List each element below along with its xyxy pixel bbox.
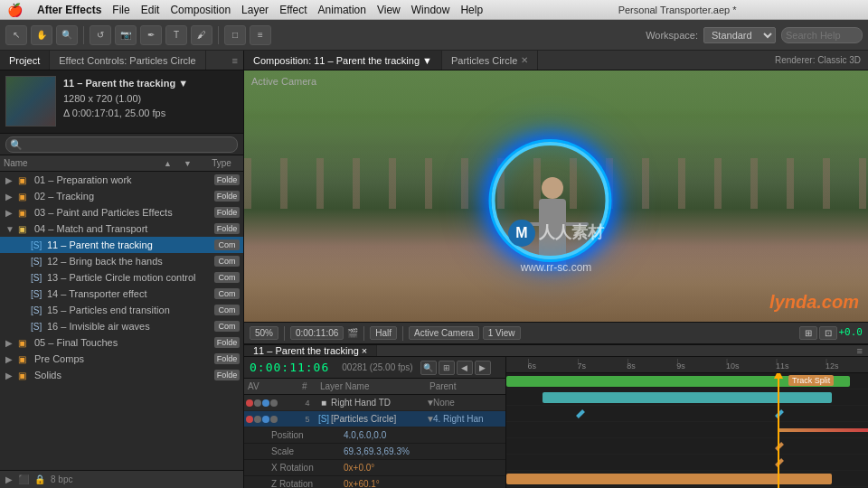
layer-5-icon: [S]: [316, 414, 331, 424]
menu-file[interactable]: File: [112, 4, 129, 16]
grid-btn[interactable]: ⊞: [799, 326, 817, 340]
zoom-tool[interactable]: 🔍: [56, 25, 78, 45]
menu-animation[interactable]: Animation: [318, 4, 366, 16]
comp-tab-particles[interactable]: Particles Circle ✕: [442, 51, 538, 70]
tree-item-05[interactable]: ▶ ▣ 05 – Final Touches Folde: [0, 334, 243, 351]
layer-row-5[interactable]: 5 [S] [Particles Circle] ▼ 4. Right Han: [244, 411, 505, 427]
viewer-canvas: Active Camera: [244, 70, 868, 322]
tree-item-precomps[interactable]: ▶ ▣ Pre Comps Folde: [0, 351, 243, 367]
safe-zones-btn[interactable]: ⊡: [819, 326, 837, 340]
tree-item-01[interactable]: ▶ ▣ 01 – Preparation work Folde: [0, 172, 243, 188]
menu-layer[interactable]: Layer: [241, 4, 269, 16]
tree-item-solids[interactable]: ▶ ▣ Solids Folde: [0, 367, 243, 383]
layer-4-lock[interactable]: [270, 399, 278, 407]
sort-asc[interactable]: ▲: [164, 159, 182, 168]
align-tool[interactable]: ≡: [250, 25, 271, 45]
type-05: Folde: [214, 337, 240, 348]
folder-icon-04: ▣: [18, 224, 33, 234]
menu-composition[interactable]: Composition: [170, 4, 231, 16]
preview-info: 11 – Parent the tracking ▼ 1280 x 720 (1…: [63, 76, 238, 127]
panel-menu-icon[interactable]: ≡: [227, 51, 243, 70]
prop-scale-value[interactable]: 69.3,69.3,69.3%: [344, 446, 410, 456]
timeline-tab-main[interactable]: 11 – Parent the tracking ×: [244, 345, 377, 356]
timeline-menu[interactable]: ≡: [852, 345, 868, 356]
quality-select[interactable]: Half: [370, 326, 397, 340]
layer-4-solo[interactable]: [262, 399, 269, 407]
watermark-url: www.rr-sc.com: [521, 261, 592, 274]
layer-col-controls: AV: [248, 381, 302, 391]
tree-item-16[interactable]: [S] 16 – Invisible air waves Com: [0, 318, 243, 334]
layer-4-vis[interactable]: [246, 399, 253, 407]
tree-item-13[interactable]: [S] 13 – Particle Circle motion control …: [0, 269, 243, 286]
pen-tool[interactable]: ✒: [140, 25, 162, 45]
track-prop-zrot: [506, 455, 868, 471]
menu-effect[interactable]: Effect: [279, 4, 307, 16]
layer-5-lock[interactable]: [270, 416, 278, 423]
tree-item-04[interactable]: ▼ ▣ 04 – Match and Transport Folde: [0, 221, 243, 237]
layer-4-audio[interactable]: [254, 399, 261, 407]
menu-view[interactable]: View: [377, 4, 401, 16]
text-tool[interactable]: T: [165, 25, 187, 45]
kf-scale-bar: [778, 428, 868, 432]
tl-search[interactable]: 🔍: [420, 361, 437, 375]
tree-item-02[interactable]: ▶ ▣ 02 – Tracking Folde: [0, 188, 243, 204]
layer-5-parent[interactable]: 4. Right Han: [433, 414, 505, 424]
timecode-display[interactable]: 0:00:11:06: [290, 326, 344, 340]
track-prop-pos: [506, 406, 868, 422]
type-04: Folde: [214, 223, 240, 234]
selection-tool[interactable]: ↖: [5, 25, 27, 45]
layer-5-solo[interactable]: [262, 416, 269, 423]
folder-icon-01: ▣: [18, 175, 33, 185]
view-count-select[interactable]: 1 View: [483, 326, 521, 340]
tree-item-12[interactable]: [S] 12 – Bring back the hands Com: [0, 253, 243, 269]
menu-window[interactable]: Window: [411, 4, 450, 16]
tl-btn3[interactable]: ◀: [457, 361, 473, 375]
project-search-input[interactable]: [5, 136, 238, 153]
preview-timecode: Δ 0:00:17:01, 25.00 fps: [63, 106, 238, 121]
prop-zrot-value[interactable]: 0x+60.1°: [344, 479, 380, 488]
layer-5-audio[interactable]: [254, 416, 261, 423]
sort-desc[interactable]: ▼: [184, 159, 202, 168]
prop-xrot-value[interactable]: 0x+0.0°: [344, 463, 374, 473]
shape-tool[interactable]: □: [224, 25, 246, 45]
tab-project[interactable]: Project: [0, 51, 50, 70]
tl-btn4[interactable]: ▶: [475, 361, 491, 375]
tree-item-11[interactable]: [S] 11 – Parent the tracking Com: [0, 237, 243, 253]
label-13: 13 – Particle Circle motion control: [47, 272, 214, 283]
tree-item-03[interactable]: ▶ ▣ 03 – Paint and Particles Effects Fol…: [0, 204, 243, 221]
footer-icon-3[interactable]: 🔒: [34, 474, 45, 484]
plus-display: +0.0: [839, 326, 863, 340]
layer-4-expand[interactable]: ▼: [426, 398, 433, 408]
rotate-tool[interactable]: ↺: [90, 25, 111, 45]
layer-row-4[interactable]: 4 ■ Right Hand TD ▼ None: [244, 395, 505, 411]
menu-help[interactable]: Help: [460, 4, 483, 16]
tree-item-15[interactable]: [S] 15 – Particles end transition Com: [0, 302, 243, 318]
tree-item-14[interactable]: [S] 14 – Transporter effect Com: [0, 286, 243, 302]
comp-tab-main[interactable]: Composition: 11 – Parent the tracking ▼: [244, 51, 442, 70]
timeline-content: 0:00:11:06 00281 (25.00 fps) 🔍 ⊞ ◀ ▶ AV …: [244, 357, 868, 488]
time-display: 0:00:11:06: [250, 361, 329, 374]
comp-tab-close[interactable]: ✕: [521, 55, 528, 65]
expand-02: ▶: [5, 192, 18, 202]
comp-tabs: Composition: 11 – Parent the tracking ▼ …: [244, 51, 868, 70]
timeline-panel: 11 – Parent the tracking × ≡ 0:00:11:06 …: [244, 343, 868, 488]
brush-tool[interactable]: 🖌: [191, 25, 212, 45]
menu-edit[interactable]: Edit: [141, 4, 160, 16]
layer-5-vis[interactable]: [246, 416, 253, 423]
footer-icon-2[interactable]: ⬛: [18, 474, 29, 484]
workspace-select[interactable]: Standard: [703, 27, 776, 43]
layer-header: AV # Layer Name Parent: [244, 379, 505, 395]
camera-select[interactable]: Active Camera: [409, 326, 479, 340]
zoom-select[interactable]: 50%: [250, 326, 278, 340]
ruler-11s: 11s: [776, 357, 789, 372]
camera-tool[interactable]: 📷: [115, 25, 137, 45]
playhead[interactable]: [778, 373, 779, 488]
kf-pos-1: [576, 409, 585, 418]
layer-5-expand[interactable]: ▼: [426, 414, 433, 424]
hand-tool[interactable]: ✋: [31, 25, 52, 45]
search-input[interactable]: [781, 27, 863, 43]
tl-btn2[interactable]: ⊞: [439, 361, 455, 375]
prop-position-value[interactable]: 4.0,6.0,0.0: [344, 430, 386, 440]
footer-icon-1[interactable]: ▶: [5, 474, 13, 484]
tab-effect-controls[interactable]: Effect Controls: Particles Circle: [50, 51, 205, 70]
